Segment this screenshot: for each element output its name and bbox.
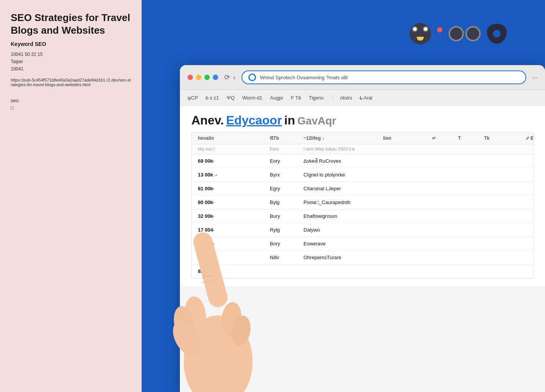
toolbar-divider [332, 94, 333, 101]
page-title-row: Anev. Edycaoor in GavAqr [191, 113, 534, 127]
sidebar-meta-line2: Taipei [11, 59, 23, 64]
cell-volume-1: 13 00k→ [198, 172, 267, 178]
data-table: hnvalin ls̃Tb ~12lifeg ↓ lion ↵ T Tk ⤢ E… [191, 132, 534, 279]
sidebar: SEO Strategies for Travel Blogs and Webs… [0, 0, 142, 392]
table-row[interactable]: 32 00k· Bory Eowerave [192, 237, 533, 251]
traffic-light-blue[interactable] [213, 75, 218, 80]
cell-keyword-3: Ponw□_Caurapednth [304, 199, 380, 205]
table-row[interactable]: 32 00k· Bury Ehalfowigrosxn [192, 209, 533, 223]
cell-volume-3: 80 00k· [198, 199, 267, 205]
table-row[interactable]: 8F 00k· [192, 265, 533, 278]
address-text: Wnind Sprotech Ovsamoning ?rnats αίtl [260, 75, 519, 80]
subh-col3: I sem IMey iudya₁ T003 b ə [304, 147, 534, 152]
page-subtitle: GavAqr [297, 115, 336, 127]
sidebar-url: https://pub-5c454f571b8e40a3a2aad27ade84… [11, 78, 131, 87]
traffic-light-yellow[interactable] [196, 75, 201, 80]
traffic-lights [188, 75, 218, 80]
browser-window: ⟳ › Wnind Sprotech Ovsamoning ?rnats αίt… [180, 65, 545, 392]
browser-nav: ⟳ › [224, 73, 235, 82]
cell-volume-4: 32 00k· [198, 213, 267, 219]
traffic-light-green[interactable] [204, 75, 210, 80]
th-col8: ⤢ Excietoni [525, 136, 534, 141]
table-row[interactable]: 68 00k· Eory Δvkeƌ RuCroves [192, 154, 533, 168]
owl-icon [410, 23, 431, 44]
nav-refresh-icon[interactable]: ⟳ [224, 73, 230, 82]
subh-col1: Hry oun İ [198, 147, 267, 152]
cell-keyword-7: OhrepemsTurare [304, 255, 380, 260]
cell-name-5: Rylg [270, 227, 300, 233]
browser-toolbar-right: ⋯ [532, 75, 537, 80]
th-col5: ↵ [432, 136, 455, 141]
table-row[interactable]: 13 00k→ Byrx CIgneI·lo ptolynrke [192, 168, 533, 182]
table-row[interactable]: 81 00k· Egry CIlarsinal LJeper [192, 182, 533, 196]
table-rows-container: 68 00k· Eory Δvkeƌ RuCroves 13 00k→ Byrx… [192, 154, 533, 278]
sidebar-meta: 10041 50 22 15 Taipei 10041 [11, 51, 131, 73]
toolbar-item-augpr[interactable]: Augpr [270, 95, 284, 101]
table-row[interactable]: S0 00k· Nillv OhrepemsTurare [192, 251, 533, 265]
toolbar-item-tiger[interactable]: Tigenv. [309, 95, 325, 101]
cell-name-4: Bury [270, 213, 300, 219]
nav-forward-icon[interactable]: › [233, 74, 235, 82]
th-col2: ls̃Tb [270, 136, 300, 141]
cell-keyword-4: Ehalfowigrosxn [304, 213, 380, 219]
cell-volume-2: 81 00k· [198, 186, 267, 191]
cell-volume-7: S0 00k· [198, 255, 267, 260]
secondary-toolbar: ψCP b s z1 ΨQ Worm·d1 Augpr F Tē Tigenv.… [180, 90, 545, 106]
cell-keyword-5: Dalywo [304, 227, 380, 233]
sidebar-tags: seo □ [11, 98, 131, 111]
page-title-highlight: Edycaoor [226, 113, 282, 127]
th-col4: lion [383, 136, 429, 141]
page-title-in: in [284, 113, 295, 127]
sidebar-meta-line3: 10041 [11, 66, 23, 72]
th-col6: T [458, 136, 481, 141]
cell-keyword-2: CIlarsinal LJeper [304, 186, 380, 191]
cell-volume-5: 17 004· [198, 227, 267, 233]
traffic-light-red[interactable] [188, 75, 193, 80]
sidebar-subtitle: Keyword SEO [11, 41, 131, 47]
subh-col2: Roro [270, 147, 300, 152]
address-circle-icon [248, 74, 256, 81]
heart-icon [449, 26, 481, 41]
browser-address-bar[interactable]: Wnind Sprotech Ovsamoning ?rnats αίtl [241, 70, 526, 84]
main-area: ⟳ › Wnind Sprotech Ovsamoning ?rnats αίt… [142, 0, 545, 392]
cell-volume-0: 68 00k· [198, 158, 267, 164]
cell-name-2: Egry [270, 186, 300, 191]
toolbar-item-worm[interactable]: Worm·d1 [242, 95, 263, 101]
table-row[interactable]: 17 004· Rylg Dalywo [192, 223, 533, 237]
cell-volume-6: 32 00k· [198, 241, 267, 247]
sidebar-meta-line1: 10041 50 22 15 [11, 52, 42, 57]
sidebar-title: SEO Strategies for Travel Blogs and Webs… [11, 11, 131, 36]
th-col1: hnvalin [198, 136, 267, 141]
table-header: hnvalin ls̃Tb ~12lifeg ↓ lion ↵ T Tk ⤢ E… [192, 132, 533, 144]
cell-volume-8: 8F 00k· [198, 268, 267, 274]
cell-name-0: Eory [270, 158, 300, 164]
cell-name-1: Byrx [270, 172, 300, 178]
page-title-part1: Anev. [191, 113, 224, 127]
cell-keyword-6: Eowerave [304, 241, 380, 247]
page-header: Anev. Edycaoor in GavAqr [191, 113, 534, 127]
red-dot-icon [437, 27, 442, 33]
top-icons-area [410, 23, 507, 44]
cell-keyword-1: CIgneI·lo ptolynrke [304, 172, 380, 178]
toolbar-item-nloirs[interactable]: nloirs [340, 95, 352, 101]
toolbar-item-aral[interactable]: L̶ Aral [360, 95, 372, 101]
th-col7: Tk [484, 136, 522, 141]
toolbar-extra: ⋯ [532, 75, 537, 80]
toolbar-item-3[interactable]: ΨQ [227, 95, 235, 101]
browser-chrome: ⟳ › Wnind Sprotech Ovsamoning ?rnats αίt… [180, 65, 545, 90]
th-col3: ~12lifeg ↓ [304, 136, 380, 141]
toolbar-item-te[interactable]: F Tē [291, 95, 301, 101]
cell-name-6: Bory [270, 241, 300, 247]
toolbar-item-1[interactable]: ψCP [188, 95, 198, 101]
table-row[interactable]: 80 00k· Bylg Ponw□_Caurapednth [192, 196, 533, 209]
toolbar-item-2[interactable]: b s z1 [206, 95, 219, 101]
leaf-icon [487, 24, 507, 44]
cell-name-7: Nillv [270, 255, 300, 260]
sidebar-tag-seo: seo [11, 98, 131, 103]
sidebar-tag-symbol: □ [11, 105, 131, 111]
page-content: Anev. Edycaoor in GavAqr hnvalin ls̃Tb ~… [180, 106, 545, 286]
cell-keyword-0: Δvkeƌ RuCroves [304, 158, 380, 164]
cell-name-3: Bylg [270, 199, 300, 205]
table-subheader: Hry oun İ Roro I sem IMey iudya₁ T003 b … [192, 144, 533, 154]
